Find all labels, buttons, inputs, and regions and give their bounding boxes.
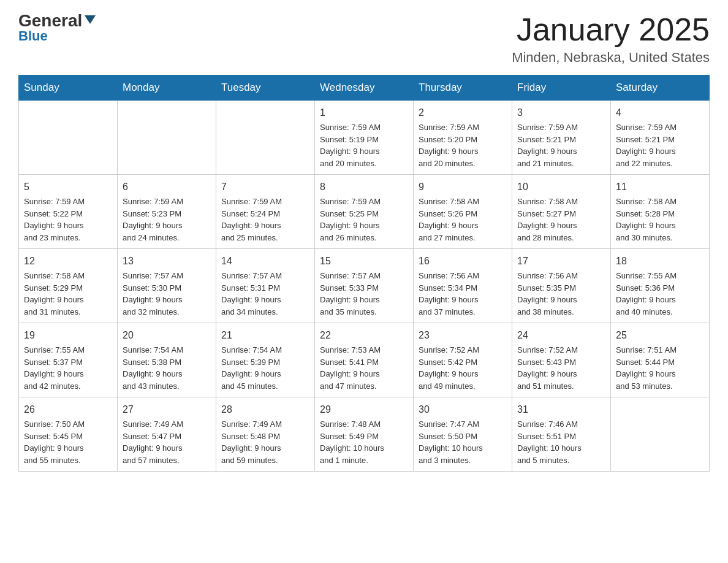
- day-number: 15: [320, 254, 408, 269]
- day-number: 19: [24, 328, 112, 343]
- calendar-cell: 27Sunrise: 7:49 AM Sunset: 5:47 PM Dayli…: [118, 397, 216, 472]
- calendar-cell: 21Sunrise: 7:54 AM Sunset: 5:39 PM Dayli…: [216, 323, 315, 397]
- day-number: 11: [616, 180, 704, 194]
- calendar-cell: 25Sunrise: 7:51 AM Sunset: 5:44 PM Dayli…: [611, 323, 710, 397]
- calendar-cell: 9Sunrise: 7:58 AM Sunset: 5:26 PM Daylig…: [414, 175, 512, 249]
- header-tuesday: Tuesday: [216, 75, 315, 101]
- calendar-cell: 4Sunrise: 7:59 AM Sunset: 5:21 PM Daylig…: [611, 101, 710, 175]
- calendar-cell: 30Sunrise: 7:47 AM Sunset: 5:50 PM Dayli…: [414, 397, 512, 472]
- header-friday: Friday: [512, 75, 611, 101]
- day-number: 2: [419, 105, 507, 120]
- day-number: 22: [320, 328, 408, 343]
- calendar-cell: 16Sunrise: 7:56 AM Sunset: 5:34 PM Dayli…: [414, 249, 512, 323]
- day-number: 28: [221, 402, 309, 417]
- day-info: Sunrise: 7:47 AM Sunset: 5:50 PM Dayligh…: [419, 418, 507, 466]
- calendar-cell: 11Sunrise: 7:58 AM Sunset: 5:28 PM Dayli…: [611, 175, 710, 249]
- calendar-cell: [216, 101, 315, 175]
- page-header: General Blue January 2025 Minden, Nebras…: [18, 12, 710, 66]
- day-info: Sunrise: 7:57 AM Sunset: 5:33 PM Dayligh…: [320, 270, 408, 318]
- day-number: 9: [419, 180, 507, 194]
- header-saturday: Saturday: [611, 75, 710, 101]
- calendar-cell: 7Sunrise: 7:59 AM Sunset: 5:24 PM Daylig…: [216, 175, 315, 249]
- day-info: Sunrise: 7:59 AM Sunset: 5:21 PM Dayligh…: [616, 121, 704, 169]
- title-section: January 2025 Minden, Nebraska, United St…: [512, 12, 710, 66]
- day-number: 23: [419, 328, 507, 343]
- day-info: Sunrise: 7:58 AM Sunset: 5:27 PM Dayligh…: [517, 196, 605, 243]
- calendar-cell: 2Sunrise: 7:59 AM Sunset: 5:20 PM Daylig…: [414, 101, 512, 175]
- calendar-week-1: 1Sunrise: 7:59 AM Sunset: 5:19 PM Daylig…: [19, 101, 710, 175]
- day-number: 3: [517, 105, 605, 120]
- calendar-cell: 1Sunrise: 7:59 AM Sunset: 5:19 PM Daylig…: [315, 101, 414, 175]
- day-info: Sunrise: 7:59 AM Sunset: 5:19 PM Dayligh…: [320, 121, 408, 169]
- calendar-cell: 24Sunrise: 7:52 AM Sunset: 5:43 PM Dayli…: [512, 323, 611, 397]
- day-number: 8: [320, 180, 408, 194]
- calendar-cell: 26Sunrise: 7:50 AM Sunset: 5:45 PM Dayli…: [19, 397, 118, 472]
- day-info: Sunrise: 7:49 AM Sunset: 5:47 PM Dayligh…: [123, 418, 211, 466]
- day-number: 24: [517, 328, 605, 343]
- header-thursday: Thursday: [414, 75, 512, 101]
- day-info: Sunrise: 7:59 AM Sunset: 5:22 PM Dayligh…: [24, 196, 112, 243]
- month-title: January 2025: [512, 12, 710, 47]
- logo-general-text: General: [18, 12, 82, 29]
- calendar-week-5: 26Sunrise: 7:50 AM Sunset: 5:45 PM Dayli…: [19, 397, 710, 472]
- day-info: Sunrise: 7:57 AM Sunset: 5:31 PM Dayligh…: [221, 270, 309, 318]
- calendar-cell: 6Sunrise: 7:59 AM Sunset: 5:23 PM Daylig…: [118, 175, 216, 249]
- day-number: 13: [123, 254, 211, 269]
- day-info: Sunrise: 7:48 AM Sunset: 5:49 PM Dayligh…: [320, 418, 408, 466]
- calendar-cell: 5Sunrise: 7:59 AM Sunset: 5:22 PM Daylig…: [19, 175, 118, 249]
- day-number: 29: [320, 402, 408, 417]
- header-sunday: Sunday: [19, 75, 118, 101]
- day-number: 21: [221, 328, 309, 343]
- day-info: Sunrise: 7:59 AM Sunset: 5:23 PM Dayligh…: [123, 196, 211, 243]
- calendar-cell: [19, 101, 118, 175]
- day-number: 17: [517, 254, 605, 269]
- calendar-cell: [118, 101, 216, 175]
- day-info: Sunrise: 7:52 AM Sunset: 5:42 PM Dayligh…: [419, 344, 507, 392]
- calendar-week-2: 5Sunrise: 7:59 AM Sunset: 5:22 PM Daylig…: [19, 175, 710, 249]
- calendar-cell: 14Sunrise: 7:57 AM Sunset: 5:31 PM Dayli…: [216, 249, 315, 323]
- header-row: Sunday Monday Tuesday Wednesday Thursday…: [19, 75, 710, 101]
- day-number: 25: [616, 328, 704, 343]
- day-info: Sunrise: 7:50 AM Sunset: 5:45 PM Dayligh…: [24, 418, 112, 466]
- day-info: Sunrise: 7:55 AM Sunset: 5:36 PM Dayligh…: [616, 270, 704, 318]
- day-number: 27: [123, 402, 211, 417]
- day-info: Sunrise: 7:49 AM Sunset: 5:48 PM Dayligh…: [221, 418, 309, 466]
- day-info: Sunrise: 7:55 AM Sunset: 5:37 PM Dayligh…: [24, 344, 112, 392]
- day-number: 1: [320, 105, 408, 120]
- day-number: 12: [24, 254, 112, 269]
- day-info: Sunrise: 7:57 AM Sunset: 5:30 PM Dayligh…: [123, 270, 211, 318]
- day-info: Sunrise: 7:59 AM Sunset: 5:24 PM Dayligh…: [221, 196, 309, 243]
- day-info: Sunrise: 7:58 AM Sunset: 5:26 PM Dayligh…: [419, 196, 507, 243]
- day-number: 30: [419, 402, 507, 417]
- calendar-week-3: 12Sunrise: 7:58 AM Sunset: 5:29 PM Dayli…: [19, 249, 710, 323]
- calendar-cell: 29Sunrise: 7:48 AM Sunset: 5:49 PM Dayli…: [315, 397, 414, 472]
- day-info: Sunrise: 7:53 AM Sunset: 5:41 PM Dayligh…: [320, 344, 408, 392]
- calendar-week-4: 19Sunrise: 7:55 AM Sunset: 5:37 PM Dayli…: [19, 323, 710, 397]
- day-number: 14: [221, 254, 309, 269]
- day-info: Sunrise: 7:54 AM Sunset: 5:39 PM Dayligh…: [221, 344, 309, 392]
- header-monday: Monday: [118, 75, 216, 101]
- day-info: Sunrise: 7:46 AM Sunset: 5:51 PM Dayligh…: [517, 418, 605, 466]
- day-info: Sunrise: 7:59 AM Sunset: 5:21 PM Dayligh…: [517, 121, 605, 169]
- calendar-table: Sunday Monday Tuesday Wednesday Thursday…: [18, 75, 710, 472]
- day-info: Sunrise: 7:54 AM Sunset: 5:38 PM Dayligh…: [123, 344, 211, 392]
- calendar-cell: 13Sunrise: 7:57 AM Sunset: 5:30 PM Dayli…: [118, 249, 216, 323]
- day-info: Sunrise: 7:56 AM Sunset: 5:35 PM Dayligh…: [517, 270, 605, 318]
- calendar-cell: 12Sunrise: 7:58 AM Sunset: 5:29 PM Dayli…: [19, 249, 118, 323]
- day-number: 5: [24, 180, 112, 194]
- calendar-cell: 3Sunrise: 7:59 AM Sunset: 5:21 PM Daylig…: [512, 101, 611, 175]
- calendar-body: 1Sunrise: 7:59 AM Sunset: 5:19 PM Daylig…: [19, 101, 710, 472]
- day-number: 26: [24, 402, 112, 417]
- day-number: 10: [517, 180, 605, 194]
- calendar-cell: 19Sunrise: 7:55 AM Sunset: 5:37 PM Dayli…: [19, 323, 118, 397]
- day-info: Sunrise: 7:52 AM Sunset: 5:43 PM Dayligh…: [517, 344, 605, 392]
- day-info: Sunrise: 7:59 AM Sunset: 5:25 PM Dayligh…: [320, 196, 408, 243]
- calendar-cell: 28Sunrise: 7:49 AM Sunset: 5:48 PM Dayli…: [216, 397, 315, 472]
- logo-blue-text: Blue: [18, 29, 48, 43]
- day-info: Sunrise: 7:59 AM Sunset: 5:20 PM Dayligh…: [419, 121, 507, 169]
- calendar-cell: 23Sunrise: 7:52 AM Sunset: 5:42 PM Dayli…: [414, 323, 512, 397]
- calendar-cell: 10Sunrise: 7:58 AM Sunset: 5:27 PM Dayli…: [512, 175, 611, 249]
- day-info: Sunrise: 7:56 AM Sunset: 5:34 PM Dayligh…: [419, 270, 507, 318]
- day-number: 18: [616, 254, 704, 269]
- calendar-cell: 18Sunrise: 7:55 AM Sunset: 5:36 PM Dayli…: [611, 249, 710, 323]
